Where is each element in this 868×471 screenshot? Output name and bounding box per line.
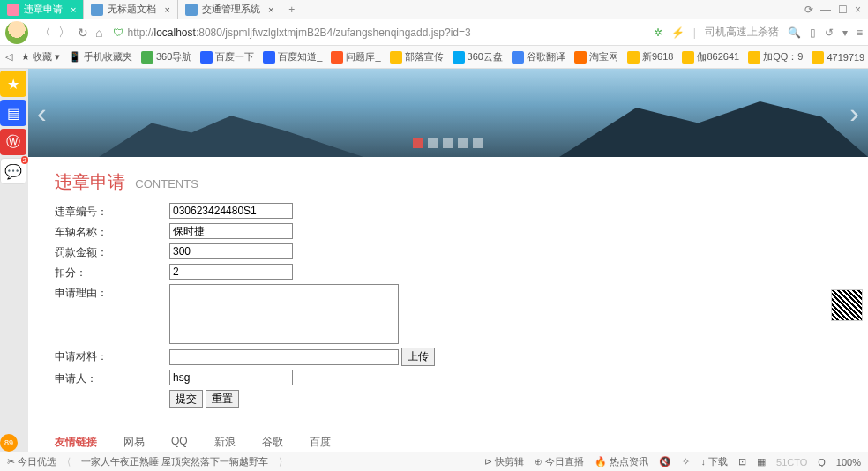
close-icon[interactable]: × [164, 4, 169, 15]
link-2[interactable]: 新浪 [214, 435, 236, 450]
reload-button[interactable]: ↻ [78, 26, 88, 40]
home-button[interactable]: ⌂ [95, 26, 102, 40]
dot-3[interactable] [458, 138, 468, 148]
flash-icon[interactable]: ⚡ [671, 26, 685, 39]
ext-icon[interactable]: ✲ [654, 26, 662, 39]
expand-icon[interactable]: ◁ [5, 51, 12, 63]
tab-label: 交通管理系统 [202, 3, 260, 16]
shield-icon: 🛡 [113, 26, 123, 39]
side-star-icon[interactable]: ★ [0, 71, 26, 97]
browser-tabs: 违章申请 × 无标题文档 × 交通管理系统 × + ⟳ — ☐ × [0, 0, 868, 19]
bm-qq[interactable]: 加QQ：9 [748, 50, 803, 64]
bm-taobao[interactable]: 淘宝网 [574, 50, 618, 64]
carousel-next[interactable]: › [849, 97, 859, 130]
form: 违章编号： 车辆名称： 罚款金额： 扣分： 申请理由： 申请材料： [55, 203, 842, 408]
upload-button[interactable]: 上传 [401, 348, 435, 366]
main-content: ‹ › 违章申请 CONTENTS 违章编号： 车辆名称： 罚款金额： [28, 69, 868, 452]
bm-862641[interactable]: 伽862641 [682, 50, 739, 64]
back-button[interactable]: 〈 [39, 25, 51, 41]
input-applicant[interactable] [169, 370, 293, 385]
bm-9618[interactable]: 新9618 [627, 50, 673, 64]
zoom[interactable]: 100% [836, 457, 861, 467]
friend-links: 友情链接 网易 QQ 新浪 谷歌 百度 [55, 426, 842, 452]
minimize-icon[interactable]: — [820, 4, 831, 16]
tab-label: 无标题文档 [108, 3, 156, 16]
avatar[interactable] [5, 21, 28, 44]
bm-baidu[interactable]: 百度一下 [200, 50, 254, 64]
hot-news[interactable]: 🔥 热点资讯 [595, 455, 648, 468]
menu-icon[interactable]: ≡ [857, 26, 863, 39]
page-title: 违章申请 [55, 170, 125, 194]
tab-1[interactable]: 无标题文档 × [84, 0, 177, 19]
input-vehicle[interactable] [169, 223, 293, 239]
banner: ‹ › [28, 69, 868, 157]
link-0[interactable]: 网易 [123, 435, 145, 450]
search-hint[interactable]: 司机高速上杀猪 [705, 25, 779, 40]
bm-4719719[interactable]: 4719719 [812, 51, 864, 64]
tool-icon[interactable]: ✧ [682, 456, 690, 467]
mute-icon[interactable]: 🔇 [659, 456, 671, 467]
input-points[interactable] [169, 264, 293, 280]
carousel-dots [413, 138, 483, 148]
dot-2[interactable] [443, 138, 453, 148]
label-applicant: 申请人： [55, 370, 169, 386]
chevron-down-icon[interactable]: ▾ [842, 26, 848, 39]
dot-0[interactable] [413, 138, 423, 148]
download[interactable]: ↓ 下载 [700, 455, 728, 468]
link-4[interactable]: 百度 [310, 435, 331, 450]
tab-2[interactable]: 交通管理系统 × [178, 0, 281, 19]
input-material[interactable] [169, 349, 399, 365]
stamp: 51CTO [776, 457, 807, 467]
input-id[interactable] [169, 203, 293, 219]
close-icon[interactable]: × [71, 4, 76, 15]
label-material: 申请材料： [55, 348, 169, 364]
side-chat-icon[interactable]: 💬2 [0, 158, 26, 184]
refresh-icon[interactable]: ↺ [825, 26, 834, 39]
link-1[interactable]: QQ [171, 435, 188, 450]
bm-360nav[interactable]: 360导航 [141, 50, 191, 64]
url-rest: :8080/jspmljfwzlglxtmjmB2B4/zufangshenqi… [196, 26, 471, 39]
link-3[interactable]: 谷歌 [262, 435, 283, 450]
new-tab-button[interactable]: + [281, 0, 302, 19]
tool-icon[interactable]: ▯ [810, 26, 816, 39]
bm-fav[interactable]: ★ 收藏 ▾ [21, 50, 60, 64]
news-ticker[interactable]: 一家人午夜正熟睡 屋顶突然落下一辆越野车 [81, 455, 268, 468]
live-today[interactable]: ⊕ 今日直播 [535, 455, 584, 468]
carousel-prev[interactable]: ‹ [37, 97, 47, 130]
address-bar[interactable]: 🛡 http:// localhost :8080/jspmljfwzlglxt… [109, 23, 646, 42]
search-icon[interactable]: 🔍 [788, 26, 801, 39]
ratio-icon[interactable]: Q [818, 457, 826, 467]
dot-1[interactable] [428, 138, 438, 148]
dot-4[interactable] [473, 138, 483, 148]
bm-wenti[interactable]: 问题库_ [331, 50, 380, 64]
app-icon[interactable]: ▦ [757, 456, 766, 467]
bm-baiduzhi[interactable]: 百度知道_ [263, 50, 322, 64]
reset-button[interactable]: 重置 [206, 390, 239, 408]
pip-icon[interactable]: ⊡ [738, 456, 746, 467]
today-pick[interactable]: ✂ 今日优选 [7, 455, 56, 468]
close-icon[interactable]: × [268, 4, 273, 15]
bm-mobile[interactable]: 📱 手机收藏夹 [69, 50, 132, 64]
forward-button[interactable]: 〉 [58, 25, 71, 41]
qr-code[interactable] [831, 289, 863, 321]
sync-icon[interactable]: ⟳ [804, 4, 813, 16]
input-fine[interactable] [169, 243, 293, 259]
maximize-icon[interactable]: ☐ [838, 4, 848, 16]
bm-guge[interactable]: 谷歌翻译 [512, 50, 565, 64]
input-reason[interactable] [169, 284, 399, 344]
label-reason: 申请理由： [55, 284, 169, 301]
url-prefix: http:// [127, 26, 153, 39]
close-icon[interactable]: × [855, 4, 861, 16]
status-bar: ✂ 今日优选 ⟨ 一家人午夜正熟睡 屋顶突然落下一辆越野车 ⟩ ⊳ 快剪辑 ⊕ … [0, 452, 868, 471]
tab-0[interactable]: 违章申请 × [0, 0, 84, 19]
tab-label: 违章申请 [24, 3, 63, 16]
left-sidebar: ★ ▤ ⓦ 💬2 [0, 69, 28, 184]
submit-button[interactable]: 提交 [169, 390, 203, 408]
bookmarks-bar: ◁ ★ 收藏 ▾ 📱 手机收藏夹 360导航 百度一下 百度知道_ 问题库_ 部… [0, 46, 868, 69]
bm-360yun[interactable]: 360云盘 [453, 50, 503, 64]
quick-edit[interactable]: ⊳ 快剪辑 [484, 455, 524, 468]
side-doc-icon[interactable]: ▤ [0, 100, 26, 126]
bm-buluo[interactable]: 部落宣传 [390, 50, 444, 64]
notif-badge[interactable]: 89 [0, 434, 18, 452]
side-weibo-icon[interactable]: ⓦ [0, 129, 26, 155]
